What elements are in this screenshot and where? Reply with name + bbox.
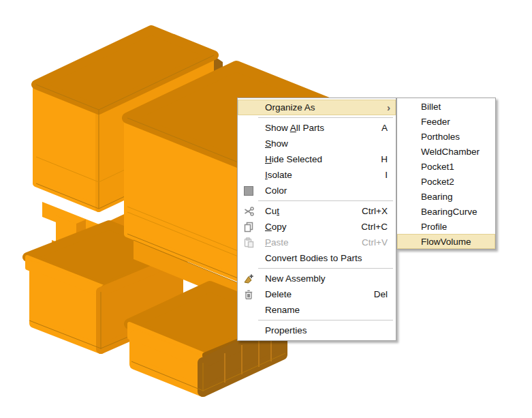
menu-item-isolate[interactable]: IsolateI <box>238 167 396 183</box>
menu-item-label: Hide Selected <box>265 154 322 164</box>
menu-item-feeder[interactable]: Feeder <box>397 114 495 129</box>
menu-item-label: Pocket2 <box>421 177 454 187</box>
menu-item-label: WeldChamber <box>421 147 480 157</box>
paste-icon <box>242 237 255 249</box>
menu-shortcut: Del <box>374 289 388 299</box>
menu-separator <box>258 200 393 201</box>
menu-item-billet[interactable]: Billet <box>397 99 495 114</box>
menu-item-label: Feeder <box>421 117 450 127</box>
menu-item-label: BearingCurve <box>421 207 478 217</box>
menu-item-show[interactable]: Show <box>238 136 396 151</box>
context-menu: Organize As›Show All PartsAShowHide Sele… <box>237 98 396 341</box>
menu-item-label: Profile <box>421 222 447 232</box>
menu-item-color[interactable]: Color <box>238 183 396 198</box>
menu-item-show-all-parts[interactable]: Show All PartsA <box>238 120 396 136</box>
scissors-icon <box>242 205 255 218</box>
menu-item-hide-selected[interactable]: Hide SelectedH <box>238 151 396 167</box>
menu-item-label: Pocket1 <box>421 162 454 172</box>
menu-item-label: Properties <box>265 325 307 335</box>
menu-item-new-assembly[interactable]: New Assembly <box>238 271 396 286</box>
menu-shortcut: Ctrl+V <box>362 237 388 248</box>
menu-shortcut: A <box>381 123 388 133</box>
menu-shortcut: Ctrl+X <box>362 206 388 216</box>
menu-item-weldchamber[interactable]: WeldChamber <box>397 144 495 159</box>
trash-icon <box>242 288 255 301</box>
menu-item-delete[interactable]: DeleteDel <box>238 286 396 302</box>
menu-item-paste: PasteCtrl+V <box>238 235 396 250</box>
menu-item-label: Isolate <box>265 170 292 180</box>
menu-item-label: Paste <box>265 237 289 248</box>
menu-separator <box>258 117 393 118</box>
menu-item-properties[interactable]: Properties <box>238 323 396 338</box>
copy-icon <box>242 221 255 233</box>
organize-as-submenu: BilletFeederPortholesWeldChamberPocket1P… <box>396 98 496 250</box>
menu-item-portholes[interactable]: Portholes <box>397 129 495 144</box>
new-assembly-icon <box>242 273 255 285</box>
menu-item-bearing[interactable]: Bearing <box>397 189 495 204</box>
menu-item-profile[interactable]: Profile <box>397 219 495 234</box>
menu-shortcut: I <box>385 170 388 180</box>
menu-item-pocket2[interactable]: Pocket2 <box>397 174 495 189</box>
menu-item-label: Bearing <box>421 192 453 202</box>
menu-item-flowvolume[interactable]: FlowVolume <box>397 234 495 249</box>
menu-item-label: Copy <box>265 222 287 232</box>
color-swatch-icon <box>242 185 255 197</box>
menu-item-bearingcurve[interactable]: BearingCurve <box>397 204 495 219</box>
menu-item-label: Billet <box>421 102 441 112</box>
menu-item-label: Rename <box>265 305 300 315</box>
menu-separator <box>258 320 393 320</box>
menu-item-cut[interactable]: CutCtrl+X <box>238 203 396 219</box>
menu-item-pocket1[interactable]: Pocket1 <box>397 159 495 174</box>
menu-shortcut: H <box>381 154 388 164</box>
menu-item-rename[interactable]: Rename <box>238 302 396 318</box>
menu-item-label: Organize As <box>265 102 315 113</box>
menu-item-label: Cut <box>265 206 279 216</box>
menu-separator <box>258 268 393 269</box>
menu-item-label: Convert Bodies to Parts <box>265 253 362 263</box>
menu-item-label: Show <box>265 138 288 149</box>
menu-item-label: FlowVolume <box>421 237 471 247</box>
menu-item-label: Portholes <box>421 132 460 142</box>
menu-item-label: Color <box>265 185 287 196</box>
menu-item-label: New Assembly <box>265 273 326 284</box>
menu-item-label: Delete <box>265 289 292 299</box>
menu-item-copy[interactable]: CopyCtrl+C <box>238 219 396 235</box>
menu-item-label: Show All Parts <box>265 123 324 133</box>
menu-item-convert-bodies-to-parts[interactable]: Convert Bodies to Parts <box>238 250 396 266</box>
menu-shortcut: Ctrl+C <box>361 222 388 232</box>
submenu-arrow-icon: › <box>387 102 390 112</box>
menu-item-organize-as[interactable]: Organize As› <box>238 100 396 115</box>
